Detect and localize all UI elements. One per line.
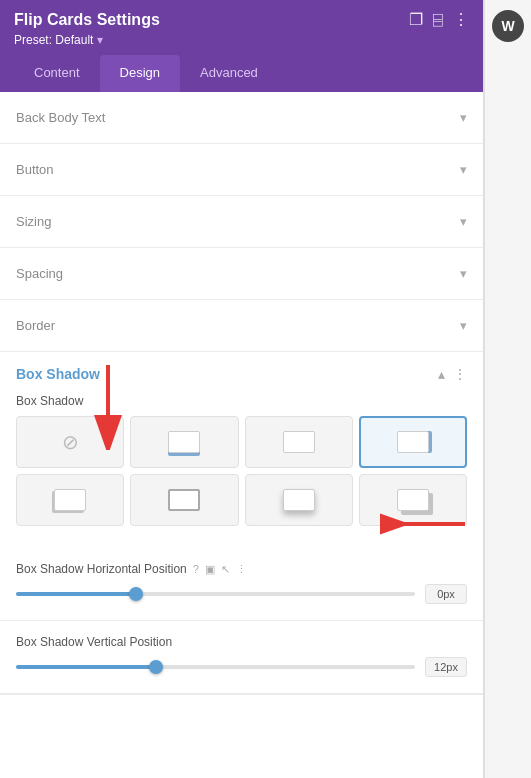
shadow-option-right[interactable] xyxy=(245,416,353,468)
header-icons: ❐ ⌸ ⋮ xyxy=(409,10,469,29)
chevron-up-icon[interactable]: ▴ xyxy=(438,366,445,382)
slider-vertical-value[interactable]: 12px xyxy=(425,657,467,677)
section-back-body-text[interactable]: Back Body Text ▾ xyxy=(0,92,483,144)
section-spacing[interactable]: Spacing ▾ xyxy=(0,248,483,300)
section-label-back-body-text: Back Body Text xyxy=(16,110,105,125)
chevron-down-icon: ▾ xyxy=(460,110,467,125)
chevron-down-icon: ▾ xyxy=(460,162,467,177)
settings-panel: Flip Cards Settings ❐ ⌸ ⋮ Preset: Defaul… xyxy=(0,0,484,778)
more-icon-slider[interactable]: ⋮ xyxy=(236,563,247,576)
slider-horizontal-track[interactable] xyxy=(16,592,415,596)
slider-vertical-header: Box Shadow Vertical Position xyxy=(16,635,467,649)
tab-content[interactable]: Content xyxy=(14,55,100,92)
shadow-box-drop-bottom-preview xyxy=(283,489,315,511)
shadow-box-bottom-preview xyxy=(168,431,200,453)
shadow-option-right-selected[interactable] xyxy=(359,416,467,468)
wp-logo: W xyxy=(501,18,514,34)
chevron-down-icon: ▾ xyxy=(460,214,467,229)
chevron-down-icon: ▾ xyxy=(460,318,467,333)
columns-icon[interactable]: ⌸ xyxy=(433,11,443,29)
shadow-option-drop-bottom[interactable] xyxy=(245,474,353,526)
slider-vertical-thumb[interactable] xyxy=(149,660,163,674)
shadow-box-right-sel-preview xyxy=(397,431,429,453)
shadow-box-corner-preview xyxy=(397,489,429,511)
preset-label-text: Preset: xyxy=(14,33,52,47)
slider-horizontal-position: Box Shadow Horizontal Position ? ▣ ↖ ⋮ 0… xyxy=(0,548,483,621)
help-icon[interactable]: ? xyxy=(193,563,199,575)
more-options-icon[interactable]: ⋮ xyxy=(453,366,467,382)
panel-header: Flip Cards Settings ❐ ⌸ ⋮ Preset: Defaul… xyxy=(0,0,483,92)
shadow-option-border[interactable] xyxy=(130,474,238,526)
shadow-options-grid: ⊘ xyxy=(16,416,467,526)
shadow-box-border-preview xyxy=(168,489,200,511)
more-icon[interactable]: ⋮ xyxy=(453,10,469,29)
box-shadow-header[interactable]: Box Shadow ▴ ⋮ xyxy=(0,352,483,394)
shadow-option-bottom[interactable] xyxy=(130,416,238,468)
preset-selector[interactable]: Preset: Default ▾ xyxy=(14,33,469,47)
shadow-option-none[interactable]: ⊘ xyxy=(16,416,124,468)
device-icon[interactable]: ▣ xyxy=(205,563,215,576)
preset-value: Default xyxy=(55,33,93,47)
shadow-option-corner[interactable] xyxy=(359,474,467,526)
tab-design[interactable]: Design xyxy=(100,55,180,92)
tab-advanced[interactable]: Advanced xyxy=(180,55,278,92)
section-border[interactable]: Border ▾ xyxy=(0,300,483,352)
slider-vertical-label: Box Shadow Vertical Position xyxy=(16,635,172,649)
expand-icon[interactable]: ❐ xyxy=(409,10,423,29)
section-label-spacing: Spacing xyxy=(16,266,63,281)
right-sidebar: W xyxy=(484,0,531,778)
slider-horizontal-thumb[interactable] xyxy=(129,587,143,601)
box-shadow-header-icons: ▴ ⋮ xyxy=(438,366,467,382)
chevron-down-icon: ▾ xyxy=(460,266,467,281)
no-shadow-icon: ⊘ xyxy=(62,430,79,454)
shadow-box-right-preview xyxy=(283,431,315,453)
section-sizing[interactable]: Sizing ▾ xyxy=(0,196,483,248)
box-shadow-sub-label: Box Shadow xyxy=(16,394,467,408)
slider-horizontal-value[interactable]: 0px xyxy=(425,584,467,604)
tab-bar: Content Design Advanced xyxy=(14,55,469,92)
box-shadow-content: Box Shadow ⊘ xyxy=(0,394,483,548)
section-label-button: Button xyxy=(16,162,54,177)
slider-vertical-fill xyxy=(16,665,156,669)
slider-vertical-position: Box Shadow Vertical Position 12px xyxy=(0,621,483,694)
panel-body: Back Body Text ▾ Button ▾ Sizing ▾ Spaci… xyxy=(0,92,483,778)
slider-vertical-track[interactable] xyxy=(16,665,415,669)
shadow-box-bottom-left-preview xyxy=(54,489,86,511)
section-box-shadow: Box Shadow ▴ ⋮ Box Shadow ⊘ xyxy=(0,352,483,695)
wordpress-icon[interactable]: W xyxy=(492,10,524,42)
slider-horizontal-fill xyxy=(16,592,136,596)
shadow-option-bottom-left[interactable] xyxy=(16,474,124,526)
slider-horizontal-row: 0px xyxy=(16,584,467,604)
slider-horizontal-header: Box Shadow Horizontal Position ? ▣ ↖ ⋮ xyxy=(16,562,467,576)
panel-title: Flip Cards Settings xyxy=(14,11,160,29)
cursor-icon[interactable]: ↖ xyxy=(221,563,230,576)
box-shadow-title: Box Shadow xyxy=(16,366,100,382)
section-label-border: Border xyxy=(16,318,55,333)
section-button[interactable]: Button ▾ xyxy=(0,144,483,196)
slider-horizontal-label: Box Shadow Horizontal Position xyxy=(16,562,187,576)
section-label-sizing: Sizing xyxy=(16,214,51,229)
slider-vertical-row: 12px xyxy=(16,657,467,677)
